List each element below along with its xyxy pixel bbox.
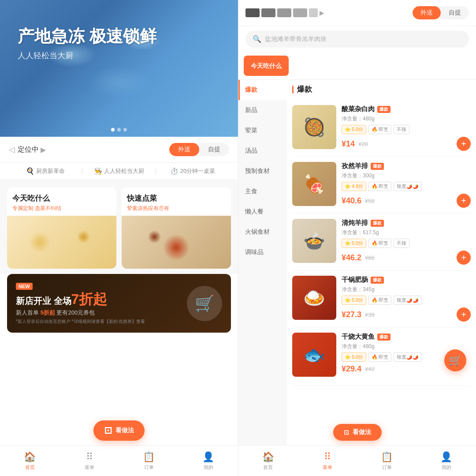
location-text[interactable]: 定位中 <box>18 145 39 154</box>
tag-instant-2: 🔥 即烹 <box>368 182 391 191</box>
product-weight-4: 净含量：345g <box>342 286 471 293</box>
cat-zhushi[interactable]: 主食 <box>238 181 287 202</box>
hot-badge-2: 爆款 <box>371 163 384 170</box>
product-info-1: 酸菜杂白肉 爆款 净含量：480g ⭐ 5.0分 🔥 即烹 不辣 ¥14 ¥20… <box>342 105 471 151</box>
price-current-2: ¥40.6 <box>342 196 361 206</box>
add-cart-btn-5-large[interactable]: 🛒 <box>444 349 466 371</box>
card-today[interactable]: 今天吃什么 专属定制 选菜不纠结 <box>7 187 116 269</box>
dish-visual-5: 🐟 <box>292 333 336 377</box>
scan-icon-left: ⊡ <box>104 425 112 436</box>
promo-cart-icon: 🛒 <box>187 286 222 321</box>
hot-badge-5: 爆款 <box>377 334 390 341</box>
search-bar[interactable]: 🔍 盐池滩羊带骨羔羊肉块 <box>245 30 469 48</box>
feature-kitchen: 🍳 厨房新革命 <box>9 167 82 175</box>
right-bottom-nav: 🏠 首页 ⠿ 菜单 📋 订单 👤 我的 <box>238 445 476 476</box>
add-cart-btn-2[interactable]: + <box>457 194 471 208</box>
left-nav-order[interactable]: 📋 订单 <box>119 446 178 476</box>
left-nav-home[interactable]: 🏠 首页 <box>0 446 60 476</box>
feature-kitchen-label: 厨房新革命 <box>36 167 65 175</box>
promo-subtitle-text: 新人首单 <box>16 309 39 316</box>
product-card-1: 🥘 酸菜杂白肉 爆款 净含量：480g ⭐ 5.0分 🔥 即烹 不辣 ¥14 <box>292 100 471 157</box>
add-cart-btn-3[interactable]: + <box>457 251 471 265</box>
dish-visual-2: 🍖 <box>292 162 336 206</box>
right-header: ▶ 外送 自提 <box>238 0 476 26</box>
card-today-desc: 专属定制 选菜不纠结 <box>12 205 111 212</box>
right-nav-home[interactable]: 🏠 首页 <box>238 446 298 476</box>
right-nav-menu[interactable]: ⠿ 菜单 <box>298 446 357 476</box>
card-quick-desc: 荤素凉热应有尽有 <box>127 205 226 212</box>
profile-label-right: 我的 <box>442 464 451 471</box>
menu-label-left: 菜单 <box>85 464 94 471</box>
hero-dot-1 <box>111 128 115 131</box>
tag-spicy-4: 辣度🌶️🌶️ <box>394 296 422 305</box>
right-tab-ziti[interactable]: 自提 <box>441 6 469 19</box>
promo-banner[interactable]: NEW 新店开业 全场7折起 新人首单 5折起 更有200元券包 *新人登录后自… <box>7 274 231 333</box>
dish-visual-3: 🍲 <box>292 219 336 263</box>
card-today-title: 今天吃什么 <box>12 193 111 203</box>
card-quick[interactable]: 快速点菜 荤素凉热应有尽有 <box>122 187 231 269</box>
cat-yuzhi[interactable]: 预制食材 <box>238 161 287 181</box>
cat-tangpin[interactable]: 汤品 <box>238 141 287 161</box>
profile-icon-left: 👤 <box>202 451 214 463</box>
today-eat-tab[interactable]: 今天吃什么 <box>244 56 289 76</box>
tag-spicy-5: 辣度🌶️🌶️ <box>394 352 422 362</box>
cat-huncai[interactable]: 荤菜 <box>238 120 287 141</box>
category-tabs-row: 今天吃什么 <box>238 52 476 80</box>
feature-cook: 👨‍🍳 人人轻松当大厨 <box>82 167 156 175</box>
profile-label-left: 我的 <box>204 464 213 471</box>
hero-dots <box>111 128 127 131</box>
right-tab-waisong[interactable]: 外送 <box>413 6 441 19</box>
tag-rating-5: ⭐ 5.0分 <box>342 352 366 362</box>
left-panel: 产地急冻 极速锁鲜 人人轻松当大厨 ◁ 定位中 ▶ 外送 自提 🍳 厨房新革命 … <box>0 0 238 476</box>
price-original-3: ¥66 <box>365 255 375 261</box>
home-icon-right: 🏠 <box>262 451 274 463</box>
tag-instant-5: 🔥 即烹 <box>368 352 391 362</box>
hero-subtitle: 人人轻松当大厨 <box>18 50 156 61</box>
promo-text-area: NEW 新店开业 全场7折起 新人首单 5折起 更有200元券包 *新人登录后自… <box>16 282 187 325</box>
tag-rating-1: ⭐ 5.0分 <box>342 125 366 134</box>
tag-instant-3: 🔥 即烹 <box>368 239 391 248</box>
add-cart-btn-1[interactable]: + <box>457 137 471 151</box>
price-row-2: ¥40.6 ¥58 + <box>342 194 471 208</box>
delivery-tab-ziti[interactable]: 自提 <box>199 143 229 156</box>
scan-button-right[interactable]: ⊡ 看做法 <box>333 424 382 441</box>
order-label-left: 订单 <box>144 464 154 471</box>
product-tags-3: ⭐ 5.0分 🔥 即烹 不辣 <box>342 239 471 248</box>
product-weight-3: 净含量：617.5g <box>342 229 471 236</box>
tag-spicy-3: 不辣 <box>394 239 409 248</box>
product-weight-2: 净含量：300g <box>342 172 471 180</box>
right-nav-profile[interactable]: 👤 我的 <box>416 446 476 476</box>
product-img-5: 🐟 <box>292 333 336 377</box>
cat-xinpin[interactable]: 新品 <box>238 100 287 120</box>
content-area: 爆款 新品 荤菜 汤品 预制食材 主食 懒人餐 火锅食材 调味品 爆款 🥘 <box>238 80 476 476</box>
feature-cook-label: 人人轻松当大厨 <box>104 167 144 175</box>
product-info-4: 干锅肥肠 爆款 净含量：345g ⭐ 5.0分 🔥 即烹 辣度🌶️🌶️ ¥27.… <box>342 276 471 322</box>
card-today-text: 今天吃什么 专属定制 选菜不纠结 <box>7 187 116 216</box>
product-img-2: 🍖 <box>292 162 336 206</box>
product-weight-5: 净含量：480g <box>342 343 471 350</box>
left-bottom-nav: 🏠 首页 ⠿ 菜单 📋 订单 👤 我的 <box>0 445 238 476</box>
add-cart-btn-4[interactable]: + <box>457 307 471 322</box>
cat-lanren[interactable]: 懒人餐 <box>238 202 287 222</box>
product-tags-4: ⭐ 5.0分 🔥 即烹 辣度🌶️🌶️ <box>342 296 471 305</box>
tag-rating-2: ⭐ 4.9分 <box>342 182 366 191</box>
left-nav-profile[interactable]: 👤 我的 <box>178 446 238 476</box>
main-cards: 今天吃什么 专属定制 选菜不纠结 快速点菜 荤素凉热应有尽有 <box>0 180 238 274</box>
cat-baokuan[interactable]: 爆款 <box>238 80 287 100</box>
location-arrow: ▶ <box>41 146 46 154</box>
product-info-3: 清炖羊排 爆款 净含量：617.5g ⭐ 5.0分 🔥 即烹 不辣 ¥46.2 … <box>342 219 471 265</box>
delivery-tab-waisong[interactable]: 外送 <box>169 143 199 156</box>
tag-rating-3: ⭐ 5.0分 <box>342 239 366 248</box>
right-nav-order[interactable]: 📋 订单 <box>357 446 417 476</box>
home-label-left: 首页 <box>25 464 35 471</box>
card-quick-image <box>122 216 231 269</box>
breadcrumb-block-3 <box>277 8 291 17</box>
left-nav-menu[interactable]: ⠿ 菜单 <box>60 446 119 476</box>
scan-button-left[interactable]: ⊡ 看做法 <box>93 420 145 441</box>
cat-huoguo[interactable]: 火锅食材 <box>238 222 287 242</box>
price-current-3: ¥46.2 <box>342 253 361 262</box>
search-placeholder: 盐池滩羊带骨羔羊肉块 <box>265 35 327 43</box>
section-title: 爆款 <box>297 84 312 94</box>
cat-tiaoweipin[interactable]: 调味品 <box>238 242 287 262</box>
scan-label-left: 看做法 <box>115 427 134 435</box>
